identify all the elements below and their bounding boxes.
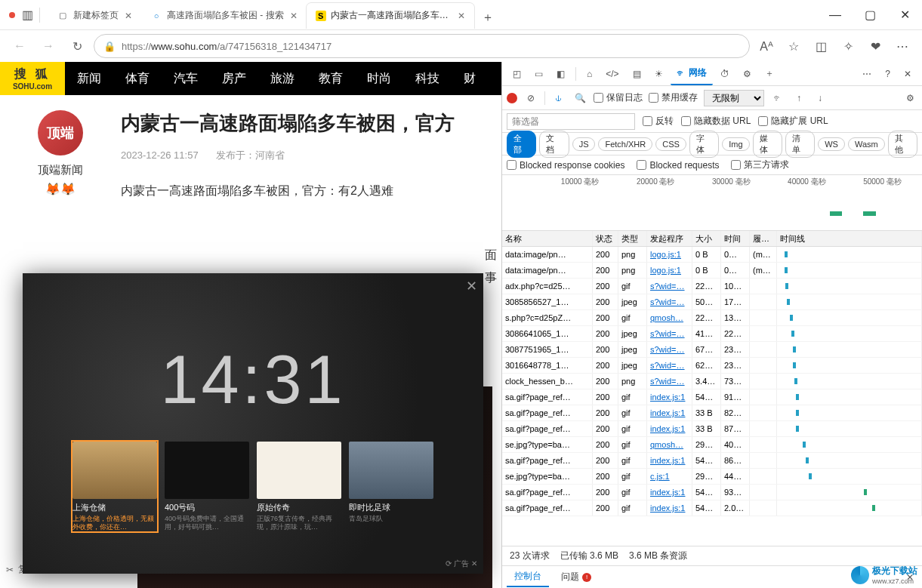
- tab-newtab[interactable]: ▢ 新建标签页 ✕: [48, 3, 141, 29]
- nav-item[interactable]: 体育: [113, 62, 162, 95]
- tab-elements[interactable]: </>: [600, 64, 624, 84]
- table-row[interactable]: sa.gif?page_ref…200gifindex.js:154…93…: [502, 485, 922, 500]
- new-tab-button[interactable]: ＋: [477, 8, 498, 29]
- split-screen-icon[interactable]: ◫: [809, 34, 833, 58]
- minimize-button[interactable]: —: [818, 0, 853, 30]
- close-icon[interactable]: ✕: [458, 11, 465, 21]
- table-row[interactable]: adx.php?c=d25…200gifs?wid=…22…10…: [502, 279, 922, 294]
- type-chip[interactable]: Wasm: [848, 137, 885, 151]
- column-header[interactable]: 发起程序: [647, 231, 692, 246]
- third-party-checkbox[interactable]: 第三方请求: [731, 159, 789, 171]
- type-chip[interactable]: 全部: [507, 131, 536, 158]
- tab-search[interactable]: ○ 高速路面塌陷多车被困 - 搜索 ✕: [141, 3, 307, 29]
- ad-card[interactable]: 原始传奇 正版76复古传奇，经典再现，原汁原味，玩…: [257, 442, 341, 531]
- type-chip[interactable]: CSS: [655, 137, 686, 151]
- preserve-log-checkbox[interactable]: 保留日志: [594, 91, 643, 104]
- tab-performance[interactable]: ⏱: [714, 64, 735, 84]
- network-conditions-icon[interactable]: ᯤ: [770, 91, 785, 106]
- type-chip[interactable]: JS: [572, 137, 596, 151]
- column-header[interactable]: 类型: [618, 231, 647, 246]
- column-header[interactable]: 状态: [593, 231, 618, 246]
- nav-item[interactable]: 房产: [210, 62, 258, 95]
- column-header[interactable]: 履…: [750, 231, 777, 246]
- record-button[interactable]: [507, 93, 517, 103]
- import-har-icon[interactable]: ↑: [791, 91, 806, 106]
- table-row[interactable]: s.php?c=d25pZ…200gifqmosh…22…13…: [502, 310, 922, 326]
- devtools-close-button[interactable]: ✕: [898, 64, 917, 84]
- throttle-select[interactable]: 无限制: [704, 90, 764, 106]
- tab-network[interactable]: ᯤ 网络: [671, 62, 713, 85]
- type-chip[interactable]: 清单: [785, 131, 815, 158]
- network-timeline[interactable]: 10000 毫秒20000 毫秒30000 毫秒40000 毫秒50000 毫秒…: [502, 175, 922, 231]
- drawer-tab-issues[interactable]: 问题 !: [554, 568, 599, 586]
- cell-initiator[interactable]: qmosh…: [647, 437, 692, 452]
- reading-mode-button[interactable]: Aᴬ: [754, 34, 779, 58]
- cell-initiator[interactable]: logo.js:1: [647, 247, 692, 262]
- nav-item[interactable]: 时尚: [355, 62, 403, 95]
- type-chip[interactable]: WS: [818, 137, 845, 151]
- collections-button[interactable]: ✧: [836, 34, 860, 58]
- close-icon[interactable]: ✕: [125, 11, 132, 21]
- dock-icon[interactable]: ◧: [550, 64, 571, 84]
- ad-label[interactable]: ⟳ 广告 ✕: [446, 559, 477, 569]
- blocked-requests-checkbox[interactable]: Blocked requests: [637, 160, 719, 171]
- favorite-button[interactable]: ☆: [782, 34, 806, 58]
- column-header[interactable]: 时间线: [777, 231, 922, 246]
- cell-initiator[interactable]: index.js:1: [647, 389, 692, 405]
- table-row[interactable]: sa.gif?page_ref…200gifindex.js:154…91…: [502, 389, 922, 405]
- cell-initiator[interactable]: s?wid=…: [647, 279, 692, 294]
- drawer-tab-console[interactable]: 控制台: [507, 567, 549, 587]
- clear-button[interactable]: ⊘: [523, 91, 538, 106]
- nav-item[interactable]: 教育: [307, 62, 355, 95]
- filter-toggle-icon[interactable]: ⫝: [551, 91, 566, 106]
- table-row[interactable]: se.jpg?type=ba…200gifc.js:129…44…: [502, 469, 922, 485]
- table-row[interactable]: 3016648778_1…200jpegs?wid=…62…23…: [502, 358, 922, 374]
- blocked-cookies-checkbox[interactable]: Blocked response cookies: [507, 160, 624, 171]
- cell-initiator[interactable]: index.js:1: [647, 421, 692, 436]
- filter-input[interactable]: [507, 113, 635, 130]
- hide-data-url-checkbox[interactable]: 隐藏数据 URL: [681, 115, 751, 128]
- table-row[interactable]: sa.gif?page_ref…200gifindex.js:154…2.0…: [502, 500, 922, 516]
- table-row[interactable]: 3087751965_1…200jpegs?wid=…67…23…: [502, 342, 922, 358]
- column-header[interactable]: 时间: [721, 231, 750, 246]
- overlay-close-button[interactable]: ✕: [466, 278, 477, 294]
- tab-sources[interactable]: ☀: [649, 64, 669, 84]
- type-chip[interactable]: 文档: [539, 131, 569, 158]
- help-button[interactable]: ?: [879, 64, 896, 84]
- type-chip[interactable]: Fetch/XHR: [598, 137, 652, 151]
- menu-button[interactable]: ⋯: [890, 34, 914, 58]
- export-har-icon[interactable]: ↓: [813, 91, 828, 106]
- maximize-button[interactable]: ▢: [853, 0, 887, 30]
- author-card[interactable]: 顶端 顶端新闻 🦊🦊: [15, 110, 106, 202]
- table-row[interactable]: data:image/pn…200pnglogo.js:10 B0…(m…: [502, 247, 922, 263]
- nav-item[interactable]: 财: [452, 62, 488, 95]
- cell-initiator[interactable]: c.js:1: [647, 469, 692, 484]
- cell-initiator[interactable]: index.js:1: [647, 453, 692, 468]
- refresh-button[interactable]: ↻: [65, 34, 89, 58]
- more-tools-button[interactable]: ⋯: [856, 64, 877, 84]
- tab-welcome[interactable]: ⌂: [581, 64, 598, 84]
- cell-initiator[interactable]: s?wid=…: [647, 374, 692, 389]
- disable-cache-checkbox[interactable]: 禁用缓存: [649, 91, 698, 104]
- table-row[interactable]: sa.gif?page_ref…200gifindex.js:133 B82…: [502, 405, 922, 421]
- close-icon[interactable]: ✕: [290, 11, 298, 21]
- column-header[interactable]: 大小: [692, 231, 721, 246]
- url-input[interactable]: 🔒 https://www.sohu.com/a/747156318_12143…: [94, 34, 750, 58]
- table-row[interactable]: sa.gif?page_ref…200gifindex.js:154…86…: [502, 453, 922, 469]
- nav-item[interactable]: 旅游: [258, 62, 307, 95]
- inspect-element-icon[interactable]: ◰: [507, 64, 527, 84]
- tab-console[interactable]: ▤: [627, 64, 647, 84]
- device-toggle-icon[interactable]: ▭: [529, 64, 549, 84]
- back-button[interactable]: ←: [8, 34, 32, 58]
- invert-checkbox[interactable]: 反转: [643, 115, 674, 128]
- cell-initiator[interactable]: s?wid=…: [647, 342, 692, 357]
- cell-initiator[interactable]: index.js:1: [647, 405, 692, 420]
- cell-initiator[interactable]: index.js:1: [647, 485, 692, 500]
- nav-item[interactable]: 科技: [403, 62, 452, 95]
- tab-sohu[interactable]: S 内蒙古一高速路面塌陷多车被困 ✕: [307, 3, 474, 29]
- sohu-logo[interactable]: 搜 狐 SOHU.com: [0, 62, 65, 95]
- close-button[interactable]: ✕: [887, 0, 922, 30]
- tab-more[interactable]: ＋: [759, 63, 780, 85]
- table-row[interactable]: data:image/pn…200pnglogo.js:10 B0…(m…: [502, 263, 922, 279]
- forward-button[interactable]: →: [36, 34, 60, 58]
